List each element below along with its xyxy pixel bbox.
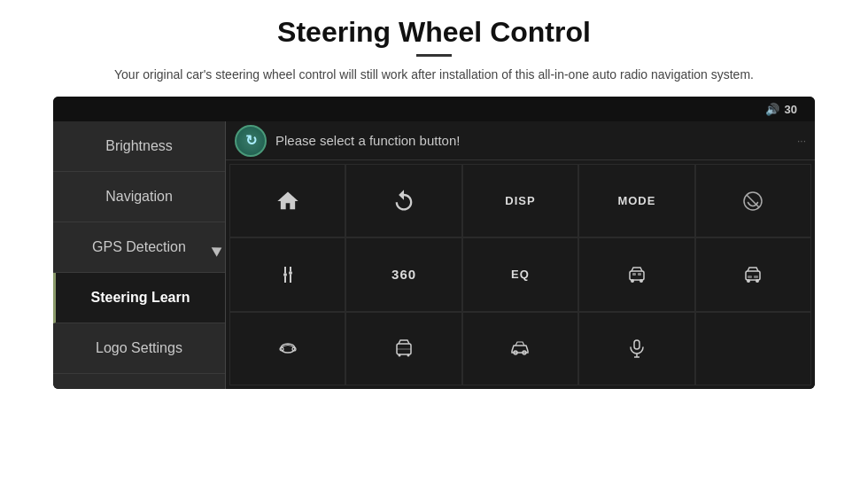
sidebar-item-brightness[interactable]: Brightness — [53, 121, 225, 172]
grid-cell-360[interactable]: 360 — [345, 237, 461, 311]
sidebar-item-steering-learn[interactable]: Steering Learn — [53, 273, 225, 323]
tune-icon — [277, 264, 298, 285]
function-prompt-bar: ↻ Please select a function button! ··· — [226, 121, 815, 160]
screen-body: Brightness Navigation GPS Detection Stee… — [53, 121, 815, 389]
page-wrapper: Steering Wheel Control Your original car… — [0, 0, 868, 482]
phone-off-icon — [742, 190, 763, 212]
grid-cell-eq[interactable]: EQ — [462, 237, 578, 311]
svg-point-14 — [747, 279, 750, 283]
grid-cell-empty — [695, 312, 811, 385]
grid-cell-car-side[interactable] — [462, 312, 578, 385]
sidebar-item-logo-settings[interactable]: Logo Settings — [53, 323, 225, 374]
svg-point-22 — [399, 354, 401, 357]
svg-point-6 — [289, 271, 292, 275]
grid-cell-car-top[interactable] — [229, 312, 345, 385]
grid-cell-tune[interactable] — [229, 237, 345, 311]
svg-point-15 — [756, 279, 759, 283]
car-screen: 🔊 30 Brightness Navigation GPS Detection… — [53, 97, 815, 389]
svg-rect-16 — [748, 276, 752, 278]
mode-label: MODE — [617, 194, 655, 207]
page-subtitle: Your original car's steering wheel contr… — [114, 66, 754, 84]
screen-topbar: 🔊 30 — [53, 97, 815, 121]
sidebar-item-navigation[interactable]: Navigation — [53, 172, 225, 222]
label-360: 360 — [391, 267, 416, 282]
home-icon — [275, 189, 300, 214]
grid-cell-mic[interactable] — [578, 312, 694, 385]
svg-rect-11 — [632, 273, 636, 276]
title-divider — [416, 54, 452, 57]
eq-label: EQ — [511, 268, 530, 281]
car-rear-icon — [742, 264, 763, 285]
grid-cell-car-front[interactable] — [578, 237, 694, 311]
disp-label: DISP — [505, 194, 535, 207]
svg-point-23 — [407, 354, 410, 357]
top-right-dots: ··· — [797, 135, 806, 147]
car-door-icon — [393, 338, 415, 359]
back-icon — [391, 189, 416, 214]
grid-cell-mode[interactable]: MODE — [578, 164, 694, 237]
function-prompt-text: Please select a function button! — [275, 133, 460, 148]
svg-rect-13 — [746, 271, 760, 280]
car-front-icon — [626, 264, 647, 285]
sync-icon[interactable]: ↻ — [235, 125, 267, 157]
page-title: Steering Wheel Control — [277, 16, 591, 49]
grid-cell-disp[interactable]: DISP — [462, 164, 578, 237]
grid-cell-car-door[interactable] — [345, 312, 461, 385]
sidebar-item-gps-detection[interactable]: GPS Detection — [53, 222, 225, 273]
svg-rect-12 — [638, 273, 641, 276]
grid-cell-home[interactable] — [229, 164, 345, 237]
car-top-icon — [277, 338, 298, 359]
microphone-icon — [626, 338, 647, 359]
volume-icon: 🔊 — [765, 103, 779, 116]
sidebar: Brightness Navigation GPS Detection Stee… — [53, 121, 226, 389]
grid-cell-back[interactable] — [345, 164, 461, 237]
grid-cell-car-rear[interactable] — [695, 237, 811, 311]
svg-rect-17 — [754, 276, 758, 278]
svg-point-9 — [631, 279, 634, 283]
svg-rect-8 — [630, 271, 644, 280]
car-side-icon — [509, 338, 531, 359]
svg-point-3 — [283, 273, 287, 276]
svg-point-10 — [639, 279, 643, 283]
svg-rect-27 — [634, 340, 639, 349]
button-grid: DISP MODE — [226, 160, 815, 389]
grid-cell-phone-off[interactable] — [695, 164, 811, 237]
volume-value: 30 — [785, 103, 797, 116]
main-area: ↻ Please select a function button! ··· — [226, 121, 815, 389]
sync-icon-symbol: ↻ — [245, 132, 257, 149]
